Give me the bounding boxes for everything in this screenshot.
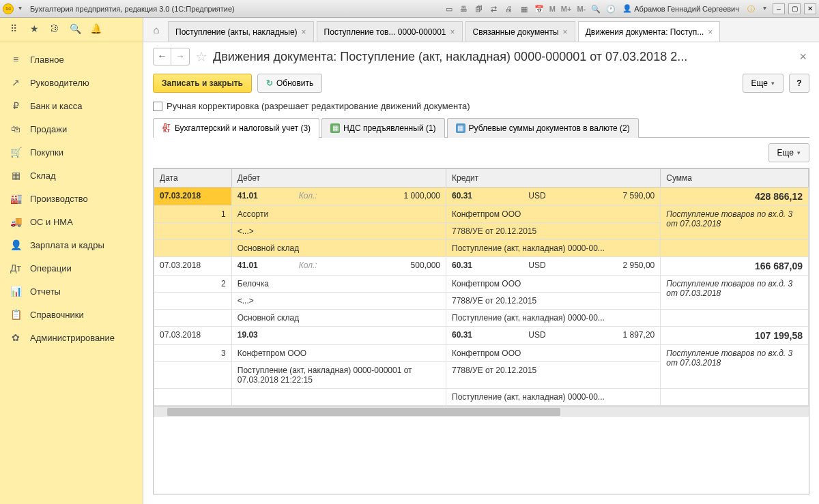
cell-credit: 60.31USD2 950,00: [446, 257, 661, 276]
star-icon[interactable]: ★: [27, 23, 41, 37]
tab-3[interactable]: Движения документа: Поступ...×: [578, 21, 721, 42]
back-button[interactable]: ←: [154, 48, 171, 65]
compare-icon[interactable]: ⇄: [488, 3, 500, 15]
cell-date: 07.03.2018: [154, 188, 232, 206]
more-button[interactable]: Еще: [743, 74, 784, 93]
col-date[interactable]: Дата: [154, 169, 232, 188]
sidebar-item-icon: Дт: [10, 263, 22, 273]
tab-close-icon[interactable]: ×: [302, 27, 306, 37]
refresh-button[interactable]: Обновить: [257, 74, 322, 93]
bell-icon[interactable]: 🔔: [89, 23, 102, 37]
calc-icon[interactable]: ▦: [518, 3, 530, 15]
sidebar-item-label: Операции: [30, 263, 72, 273]
sidebar-item-6[interactable]: 🏭Производство: [0, 187, 143, 210]
history-icon[interactable]: 🕄: [48, 23, 61, 37]
home-tab-icon[interactable]: ⌂: [146, 18, 167, 42]
sidebar-item-label: ОС и НМА: [30, 217, 73, 227]
sidebar-item-12[interactable]: ✿Администрирование: [0, 326, 143, 349]
tab-1[interactable]: Поступление тов... 0000-000001×: [317, 21, 463, 42]
sidebar-item-label: Склад: [30, 171, 56, 181]
tab-2[interactable]: Связанные документы×: [465, 21, 575, 42]
tool-icon[interactable]: ▭: [443, 3, 455, 15]
info-icon[interactable]: ⓘ: [745, 3, 757, 15]
entry-row-2[interactable]: 07.03.201819.0360.31USD1 897,20107 199,5…: [154, 327, 809, 345]
maximize-button[interactable]: ▢: [788, 3, 801, 14]
sidebar-item-1[interactable]: ↗Руководителю: [0, 71, 143, 94]
col-sum[interactable]: Сумма: [661, 169, 809, 188]
document-title: Движения документа: Поступление (акт, на…: [213, 50, 791, 64]
sidebar-item-label: Руководителю: [30, 78, 89, 88]
close-button[interactable]: ✕: [804, 3, 816, 14]
user-label[interactable]: 👤Абрамов Геннадий Сергеевич: [620, 4, 742, 13]
titlebar: 1c ▾ Бухгалтерия предприятия, редакция 3…: [0, 0, 819, 18]
m-button[interactable]: M: [548, 5, 557, 13]
inner-tab-2[interactable]: ▦Рублевые суммы документов в валюте (2): [447, 118, 639, 138]
search-icon[interactable]: 🔍: [68, 23, 82, 37]
inner-tab-0[interactable]: ДтКтБухгалтерский и налоговый учет (3): [153, 118, 319, 138]
info-dropdown-icon[interactable]: ▾: [760, 4, 769, 14]
manual-edit-label: Ручная корректировка (разрешает редактир…: [167, 101, 470, 111]
cell-sum: 428 866,12: [661, 188, 809, 206]
close-doc-icon[interactable]: ×: [796, 50, 809, 64]
sidebar-item-label: Администрирование: [30, 333, 115, 343]
tab-label: Поступление тов... 0000-000001: [324, 27, 446, 37]
cell-debit: 41.01Кол.:500,000: [231, 257, 446, 276]
sidebar-item-2[interactable]: ₽Банк и касса: [0, 94, 143, 117]
tab-label: Движения документа: Поступ...: [586, 27, 704, 37]
sidebar: ⠿ ★ 🕄 🔍 🔔 ≡Главное↗Руководителю₽Банк и к…: [0, 18, 143, 504]
cell-date: 07.03.2018: [154, 327, 232, 345]
tab-close-icon[interactable]: ×: [708, 27, 713, 37]
entry-row-0[interactable]: 07.03.201841.01Кол.:1 000,00060.31USD7 5…: [154, 188, 809, 206]
sidebar-item-3[interactable]: 🛍Продажи: [0, 117, 143, 140]
sidebar-item-8[interactable]: 👤Зарплата и кадры: [0, 233, 143, 256]
sidebar-item-0[interactable]: ≡Главное: [0, 48, 143, 71]
m-minus-button[interactable]: M-: [575, 5, 587, 13]
favorite-star-icon[interactable]: ☆: [195, 48, 207, 65]
inner-more-button[interactable]: Еще: [768, 143, 809, 162]
cell-debit: 19.03: [231, 327, 446, 345]
cell-sum: 107 199,58: [661, 327, 809, 345]
entry-row-1[interactable]: 07.03.201841.01Кол.:500,00060.31USD2 950…: [154, 257, 809, 276]
help-button[interactable]: ?: [789, 74, 809, 93]
doc-header: ← → ☆ Движения документа: Поступление (а…: [143, 42, 819, 71]
dropdown-icon[interactable]: ▾: [15, 4, 25, 14]
printer-icon[interactable]: 🖨: [503, 3, 515, 15]
sidebar-item-7[interactable]: 🚚ОС и НМА: [0, 210, 143, 233]
manual-edit-checkbox[interactable]: [153, 102, 162, 111]
toolbar: Записать и закрыть Обновить Еще ?: [143, 71, 819, 100]
minimize-button[interactable]: –: [773, 3, 785, 14]
sidebar-item-label: Покупки: [30, 147, 63, 158]
tab-close-icon[interactable]: ×: [450, 27, 455, 37]
sidebar-item-label: Главное: [30, 55, 64, 65]
apps-icon[interactable]: ⠿: [7, 23, 20, 37]
doc-icon[interactable]: 🗐: [473, 3, 485, 15]
app-title: Бухгалтерия предприятия, редакция 3.0 (1…: [30, 5, 235, 13]
cell-debit: 41.01Кол.:1 000,000: [231, 188, 446, 206]
h-scrollbar[interactable]: [154, 406, 809, 417]
sidebar-item-icon: 🚚: [10, 216, 22, 227]
nds-icon: ▦: [330, 123, 340, 133]
m-plus-button[interactable]: M+: [560, 5, 573, 13]
inner-tab-1[interactable]: ▦НДС предъявленный (1): [321, 118, 444, 138]
cell-credit: 60.31USD1 897,20: [446, 327, 661, 345]
zoom-icon[interactable]: 🔍: [590, 3, 602, 15]
main: ⌂ Поступление (акты, накладные)×Поступле…: [143, 18, 819, 504]
sidebar-item-11[interactable]: 📋Справочники: [0, 303, 143, 326]
print-icon[interactable]: 🖶: [458, 3, 470, 15]
save-close-button[interactable]: Записать и закрыть: [153, 74, 252, 93]
tab-0[interactable]: Поступление (акты, накладные)×: [168, 21, 314, 42]
sidebar-item-9[interactable]: ДтОперации: [0, 256, 143, 280]
calendar-icon[interactable]: 📅: [533, 3, 545, 15]
forward-button[interactable]: →: [171, 48, 189, 65]
sidebar-item-5[interactable]: ▦Склад: [0, 164, 143, 187]
col-credit[interactable]: Кредит: [446, 169, 661, 188]
sidebar-item-4[interactable]: 🛒Покупки: [0, 140, 143, 164]
sidebar-item-icon: ≡: [10, 54, 22, 65]
sidebar-item-10[interactable]: 📊Отчеты: [0, 280, 143, 303]
entries-table[interactable]: Дата Дебет Кредит Сумма 07.03.201841.01К…: [153, 168, 809, 494]
col-debit[interactable]: Дебет: [231, 169, 446, 188]
clock-icon[interactable]: 🕐: [605, 3, 617, 15]
val-icon: ▦: [456, 123, 465, 133]
sidebar-item-icon: 📊: [10, 286, 22, 297]
tab-close-icon[interactable]: ×: [563, 27, 568, 37]
